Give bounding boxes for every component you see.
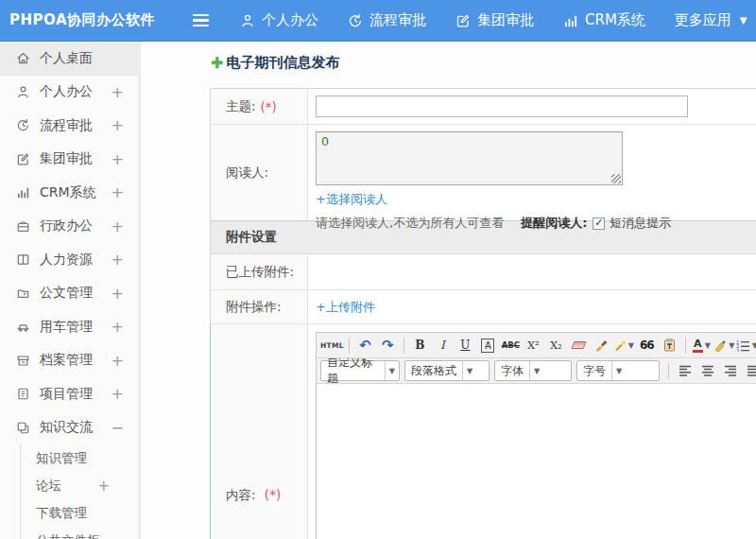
sidebar-item-archive-mgmt[interactable]: 档案管理 + <box>0 344 138 378</box>
required-mark: (*) <box>265 487 281 502</box>
select-readers-link[interactable]: +选择阅读人 <box>316 191 387 208</box>
sidebar-item-workflow-approval[interactable]: 流程审批 + <box>0 109 138 143</box>
edit-icon <box>455 13 471 28</box>
html-source-button[interactable]: HTML <box>320 335 344 356</box>
attachment-action-row: 附件操作: +上传附件 <box>211 289 756 323</box>
subject-input[interactable] <box>316 96 688 117</box>
italic-button[interactable]: I <box>432 335 454 356</box>
sidebar-subitem-public-cabinet[interactable]: 公共文件柜 <box>21 527 138 539</box>
sidebar-item-crm[interactable]: CRM系统 + <box>0 176 138 210</box>
align-center-icon[interactable] <box>696 360 718 381</box>
resize-grip-icon[interactable] <box>611 174 621 183</box>
readers-value: 0 <box>321 134 329 148</box>
sidebar-item-project-mgmt[interactable]: 项目管理 + <box>0 377 138 411</box>
publish-form: 主题: (*) 阅读人: 0 +选择阅读人 请选择阅读人,不选为所有人可查看 提… <box>210 88 756 539</box>
content-label: 内容: <box>226 487 256 502</box>
sidebar-item-document-mgmt[interactable]: 公文管理 + <box>0 277 138 311</box>
caret-down-icon: ▼ <box>752 341 756 350</box>
sidebar-item-admin-office[interactable]: 行政办公 + <box>0 210 138 244</box>
readers-hint-text: 请选择阅读人,不选为所有人可查看 <box>316 215 504 232</box>
expand-plus-icon: + <box>97 478 110 495</box>
caret-down-icon: ▼ <box>529 361 543 380</box>
nav-more-apps[interactable]: 更多应用 ▼ <box>675 11 747 29</box>
sidebar-item-hr[interactable]: 人力资源 + <box>0 243 138 277</box>
expand-plus-icon: + <box>112 385 124 403</box>
highlight-icon[interactable]: ▼ <box>713 335 735 356</box>
add-plus-icon: ✚ <box>211 56 223 71</box>
sidebar-subitem-forum[interactable]: 论坛 + <box>21 472 138 499</box>
subject-label: 主题: <box>226 98 256 115</box>
superscript-button[interactable]: X² <box>523 335 544 356</box>
custom-heading-select[interactable]: 自定义标题 ▼ <box>320 360 400 381</box>
sidebar-item-vehicle-mgmt[interactable]: 用车管理 + <box>0 310 138 344</box>
align-right-icon[interactable] <box>719 360 741 381</box>
blockquote-button[interactable]: 66 <box>636 335 658 356</box>
expand-plus-icon: + <box>112 183 124 201</box>
font-size-select[interactable]: 字号 ▼ <box>576 360 660 381</box>
font-box-button[interactable]: A <box>477 335 499 356</box>
top-bar: PHPOA协同办公软件 个人办公 流程审批 集团审批 CRM系统 更多应用 ▼ <box>0 0 756 42</box>
editor-toolbar-row2: 自定义标题 ▼ 段落格式 ▼ 字体 ▼ 字号 ▼ <box>317 358 756 384</box>
font-color-icon[interactable]: A ▼ <box>691 335 713 356</box>
format-brush-icon[interactable] <box>591 335 612 356</box>
bold-button[interactable]: B <box>409 335 431 356</box>
align-left-icon[interactable] <box>674 360 696 381</box>
sidebar: 个人桌面 个人办公 + 流程审批 + 集团审批 + CRM系统 + 行政办公 +… <box>0 42 141 539</box>
remind-readers-label: 提醒阅读人: <box>521 215 587 232</box>
sidebar-item-personal-office[interactable]: 个人办公 + <box>0 76 138 110</box>
uploaded-attachments-label: 已上传附件: <box>226 264 294 281</box>
user-icon <box>16 85 30 99</box>
sidebar-subitem-knowledge-mgmt[interactable]: 知识管理 <box>21 444 138 472</box>
editor-canvas[interactable] <box>317 384 756 539</box>
eraser-icon[interactable] <box>568 335 590 356</box>
readers-row: 阅读人: 0 +选择阅读人 请选择阅读人,不选为所有人可查看 提醒阅读人: 短消… <box>211 124 756 220</box>
readers-textarea[interactable]: 0 <box>316 131 623 185</box>
paste-icon[interactable] <box>659 335 680 356</box>
sidebar-item-group-approval[interactable]: 集团审批 + <box>0 143 138 177</box>
rich-text-editor: HTML ↶ ↷ B I U A ABC X² X₂ <box>316 332 756 539</box>
caret-down-icon: ▼ <box>628 341 634 350</box>
editor-toolbar-row1: HTML ↶ ↷ B I U A ABC X² X₂ <box>317 333 756 358</box>
bar-chart-icon <box>16 185 30 200</box>
top-nav: 个人办公 流程审批 集团审批 CRM系统 更多应用 ▼ <box>240 11 747 29</box>
nav-group-approval[interactable]: 集团审批 <box>455 11 534 29</box>
nav-crm[interactable]: CRM系统 <box>563 11 645 29</box>
sidebar-item-personal-desktop[interactable]: 个人桌面 <box>0 42 138 76</box>
main-content: ✚ 电子期刊信息发布 主题: (*) 阅读人: 0 +选择阅读人 <box>144 42 756 539</box>
uploaded-attachments-row: 已上传附件: <box>211 254 756 289</box>
bar-chart-icon <box>563 13 578 28</box>
sidebar-item-knowledge-exchange[interactable]: 知识交流 − <box>0 411 138 445</box>
undo-icon[interactable]: ↶ <box>354 335 376 356</box>
collapse-minus-icon: − <box>112 419 124 437</box>
user-icon <box>240 13 255 28</box>
home-icon <box>16 51 30 65</box>
caret-down-icon: ▼ <box>462 361 476 380</box>
archive-icon <box>16 354 30 368</box>
redo-icon[interactable]: ↷ <box>377 335 399 356</box>
menu-toggle-icon[interactable] <box>193 14 221 26</box>
expand-plus-icon: + <box>112 352 124 370</box>
subject-row: 主题: (*) <box>211 89 756 124</box>
sms-checkbox[interactable] <box>593 217 605 230</box>
font-family-select[interactable]: 字体 ▼ <box>494 360 572 381</box>
strikethrough-button[interactable]: ABC <box>500 335 522 356</box>
underline-button[interactable]: U <box>455 335 476 356</box>
ordered-list-icon[interactable]: 123 ▼ <box>736 335 756 356</box>
project-icon <box>16 387 30 401</box>
caret-down-icon: ▼ <box>729 341 734 350</box>
chat-icon <box>16 421 30 435</box>
nav-workflow-approval[interactable]: 流程审批 <box>348 11 426 29</box>
caret-down-icon: ▼ <box>740 15 747 26</box>
expand-plus-icon: + <box>112 116 124 134</box>
magic-wand-icon[interactable]: ▼ <box>613 335 635 356</box>
nav-personal-office[interactable]: 个人办公 <box>240 11 318 29</box>
caret-down-icon: ▼ <box>385 361 399 380</box>
required-mark: (*) <box>261 99 277 114</box>
align-justify-icon[interactable] <box>742 360 756 381</box>
expand-plus-icon: + <box>112 217 124 235</box>
upload-attachment-link[interactable]: +上传附件 <box>316 299 375 316</box>
sidebar-subitem-download-mgmt[interactable]: 下载管理 <box>21 499 138 527</box>
sms-notify-label: 短消息提示 <box>610 215 671 232</box>
subscript-button[interactable]: X₂ <box>545 335 567 356</box>
paragraph-format-select[interactable]: 段落格式 ▼ <box>404 360 490 381</box>
